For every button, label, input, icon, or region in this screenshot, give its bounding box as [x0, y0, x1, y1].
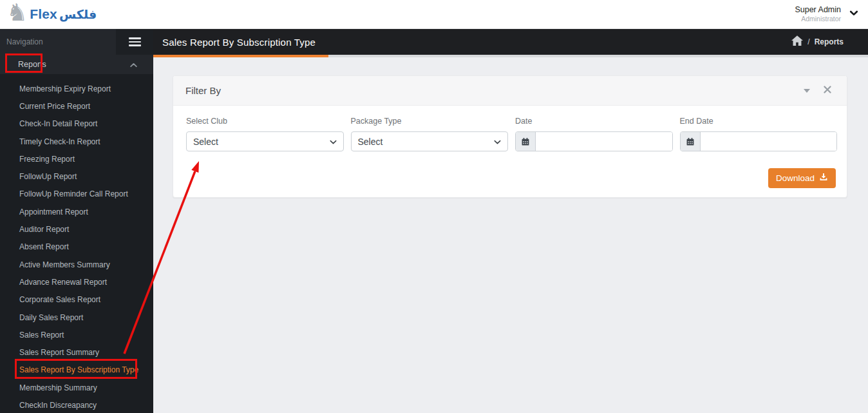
sidebar-item[interactable]: Sales Report [0, 326, 153, 343]
user-role: Administrator [795, 15, 841, 23]
sidebar-item-label: Membership Expiry Report [19, 84, 111, 93]
end-date-label: End Date [680, 117, 838, 126]
brand-name-arabic: فلكس [59, 7, 97, 21]
filter-panel-tools [802, 84, 833, 97]
sidebar-item-label: Freezing Report [19, 155, 75, 164]
calendar-icon[interactable] [516, 132, 536, 151]
sidebar-item[interactable]: Absent Report [0, 238, 153, 256]
filter-actions: Download [186, 168, 837, 188]
sidebar-menu-label: Reports [18, 60, 46, 69]
user-name: Super Admin [795, 5, 841, 15]
horse-logo-icon: ♞ [6, 1, 28, 24]
filter-fields: Select Club Select [186, 117, 837, 151]
sidebar-item-label: Sales Report Summary [19, 348, 99, 357]
package-type-dropdown[interactable]: Select [351, 131, 509, 151]
sidebar-item[interactable]: Membership Expiry Report [0, 80, 153, 97]
user-info: Super Admin Administrator [795, 5, 841, 24]
sidebar-item[interactable]: Membership Summary [0, 379, 153, 396]
sidebar-item-label: Corporate Sales Report [19, 295, 100, 304]
date-input[interactable] [536, 132, 672, 151]
calendar-icon[interactable] [681, 132, 701, 151]
sidebar-submenu: Membership Expiry ReportCurrent Price Re… [0, 74, 153, 413]
package-type-label: Package Type [351, 117, 509, 126]
breadcrumb: / Reports [791, 35, 844, 48]
chevron-up-icon [130, 59, 137, 70]
sidebar-item[interactable]: Advance Renewal Report [0, 273, 153, 291]
app-root: ♞ Flex فلكس Super Admin Administrator Na… [0, 0, 868, 413]
main-area: Sales Report By Subscription Type / Repo… [153, 29, 868, 413]
sidebar-item-label: Daily Sales Report [19, 313, 83, 322]
sidebar-item-label: FollowUp Reminder Call Report [19, 189, 128, 198]
sidebar-item-label: Sales Report [19, 331, 64, 340]
sidebar-item[interactable]: Sales Report By Subscription Type [0, 361, 153, 379]
sidebar-item[interactable]: CheckIn Discreapancy [0, 396, 153, 413]
caret-down-icon [804, 89, 810, 93]
sidebar-item-label: Absent Report [19, 242, 69, 251]
field-date: Date [515, 117, 673, 151]
filter-panel-body: Select Club Select [173, 106, 847, 188]
breadcrumb-current[interactable]: Reports [815, 37, 844, 46]
sidebar-toggle-button[interactable] [116, 29, 153, 55]
content-area: Filter By [153, 57, 868, 413]
chevron-down-icon[interactable] [849, 8, 859, 21]
sidebar-item-label: Sales Report By Subscription Type [19, 365, 138, 374]
page-header: Sales Report By Subscription Type / Repo… [153, 29, 868, 55]
sidebar-item[interactable]: Corporate Sales Report [0, 291, 153, 309]
sidebar-item[interactable]: Daily Sales Report [0, 309, 153, 326]
date-label: Date [515, 117, 673, 126]
page-title: Sales Report By Subscription Type [162, 37, 316, 48]
filter-panel-header: Filter By [173, 76, 847, 106]
close-icon [824, 86, 831, 95]
end-date-input[interactable] [701, 132, 837, 151]
sidebar-item-label: Timely Check-In Report [19, 137, 100, 146]
sidebar-item-label: Appointment Report [19, 207, 88, 216]
sidebar-item[interactable]: Timely Check-In Report [0, 133, 153, 150]
sidebar-item-label: Active Members Summary [19, 260, 110, 269]
navigation-label: Navigation [6, 37, 43, 46]
sidebar-item[interactable]: Sales Report Summary [0, 343, 153, 361]
sidebar-header: Navigation [0, 29, 153, 55]
sidebar-item-label: Check-In Detail Report [19, 119, 97, 128]
sidebar-item-label: CheckIn Discreapancy [19, 401, 97, 410]
download-button-label: Download [776, 173, 815, 183]
brand-name: Flex [30, 6, 57, 22]
sidebar-item-label: Auditor Report [19, 225, 69, 234]
download-button[interactable]: Download [768, 168, 836, 188]
field-end-date: End Date [680, 117, 838, 151]
sidebar-item-label: FollowUp Report [19, 172, 77, 181]
collapse-panel-button[interactable] [802, 88, 811, 94]
sidebar-item[interactable]: Appointment Report [0, 203, 153, 220]
topbar: ♞ Flex فلكس Super Admin Administrator [0, 0, 868, 29]
sidebar-item-label: Membership Summary [19, 383, 97, 392]
field-package-type: Package Type Select [351, 117, 509, 151]
filter-panel-title: Filter By [185, 85, 221, 96]
hamburger-menu-icon [129, 37, 141, 39]
sidebar-menu-reports[interactable]: Reports [0, 55, 153, 74]
app-logo[interactable]: ♞ Flex فلكس [6, 5, 98, 24]
sidebar-item[interactable]: Current Price Report [0, 97, 153, 115]
download-icon [819, 173, 828, 184]
sidebar-item[interactable]: Freezing Report [0, 150, 153, 168]
sidebar-item[interactable]: FollowUp Reminder Call Report [0, 186, 153, 203]
field-select-club: Select Club Select [186, 117, 344, 151]
user-menu[interactable]: Super Admin Administrator [795, 5, 859, 24]
sidebar-item[interactable]: Check-In Detail Report [0, 115, 153, 133]
sidebar: Navigation Reports Membership Expiry Rep… [0, 29, 153, 413]
filter-panel: Filter By [173, 75, 847, 198]
select-club-dropdown[interactable]: Select [186, 131, 344, 151]
sidebar-item-label: Advance Renewal Report [19, 278, 107, 287]
close-panel-button[interactable] [822, 84, 833, 97]
sidebar-item[interactable]: Active Members Summary [0, 256, 153, 273]
app-shell: Navigation Reports Membership Expiry Rep… [0, 29, 868, 413]
select-club-label: Select Club [186, 117, 344, 126]
sidebar-item[interactable]: FollowUp Report [0, 168, 153, 185]
sidebar-item[interactable]: Auditor Report [0, 220, 153, 238]
breadcrumb-separator: / [807, 37, 809, 46]
home-icon[interactable] [791, 35, 803, 48]
sidebar-item-label: Current Price Report [19, 102, 90, 111]
